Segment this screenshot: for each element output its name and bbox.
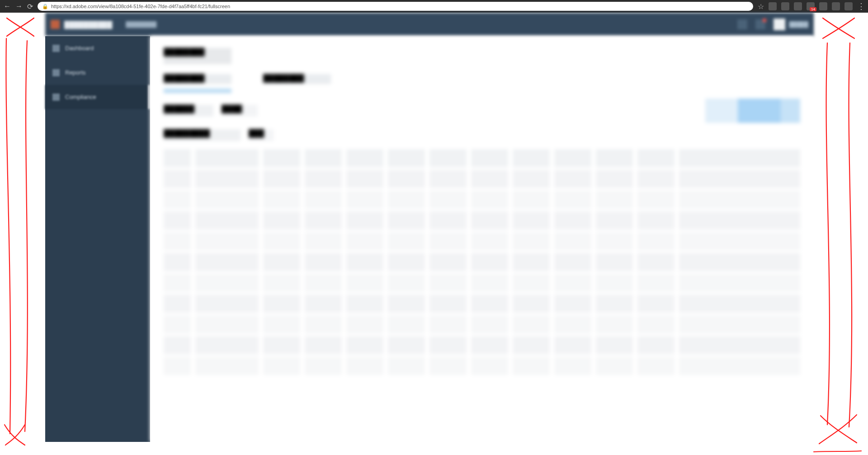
table-cell	[429, 295, 467, 313]
table-row[interactable]	[164, 274, 800, 292]
browser-menu-icon[interactable]: ⋮	[857, 1, 864, 11]
notifications-icon[interactable]	[755, 19, 765, 29]
sidebar-item-dashboard[interactable]: Dashboard	[45, 36, 150, 61]
table-cell	[429, 357, 467, 375]
table-cell	[513, 232, 550, 250]
sidebar-item-label: Compliance	[65, 94, 96, 100]
grid-header-cell	[554, 149, 591, 167]
table-cell	[263, 315, 300, 333]
table-row[interactable]	[164, 336, 800, 354]
table-cell	[471, 211, 508, 230]
table-cell	[554, 170, 591, 188]
table-cell	[471, 191, 508, 209]
table-cell	[679, 357, 800, 375]
table-cell	[554, 357, 591, 375]
table-cell	[305, 357, 342, 375]
table-row[interactable]	[164, 315, 800, 333]
table-cell	[388, 336, 425, 354]
table-cell	[429, 211, 467, 230]
table-row[interactable]	[164, 357, 800, 375]
table-cell	[346, 211, 383, 230]
table-cell	[305, 232, 342, 250]
table-cell	[346, 274, 383, 292]
table-cell	[164, 274, 191, 292]
table-cell	[429, 253, 467, 271]
forward-button[interactable]: →	[15, 2, 23, 10]
table-cell	[471, 232, 508, 250]
table-cell	[554, 232, 591, 250]
table-cell	[679, 170, 800, 188]
table-cell	[429, 170, 467, 188]
table-cell	[263, 295, 300, 313]
star-icon[interactable]: ☆	[758, 2, 764, 11]
tab[interactable]: ████████	[263, 74, 331, 84]
grid-header-cell	[637, 149, 675, 167]
app-header: ██████████ ████████ █████	[45, 13, 814, 36]
table-cell	[429, 336, 467, 354]
table-row[interactable]	[164, 232, 800, 250]
grid-header-cell	[513, 149, 550, 167]
apply-button[interactable]	[705, 99, 800, 123]
table-cell	[513, 170, 550, 188]
table-cell	[471, 315, 508, 333]
reload-button[interactable]: ⟳	[27, 2, 33, 11]
table-cell	[346, 315, 383, 333]
table-cell	[429, 274, 467, 292]
grid-header-cell	[305, 149, 342, 167]
table-cell	[263, 191, 300, 209]
tab-row: ████████ ████████	[164, 74, 800, 84]
table-cell	[346, 232, 383, 250]
table-cell	[263, 211, 300, 230]
table-cell	[305, 170, 342, 188]
extension-icon-badge[interactable]	[807, 2, 815, 10]
table-cell	[637, 232, 675, 250]
sidebar-item-compliance[interactable]: Compliance	[45, 85, 150, 109]
table-row[interactable]	[164, 211, 800, 230]
header-icon[interactable]	[737, 19, 747, 29]
extension-icon[interactable]	[844, 2, 853, 10]
extension-icon[interactable]	[769, 2, 777, 10]
table-row[interactable]	[164, 295, 800, 313]
sidebar-item-reports[interactable]: Reports	[45, 61, 150, 85]
dashboard-icon	[52, 45, 60, 52]
table-cell	[195, 232, 259, 250]
filter-value[interactable]: ████	[222, 105, 258, 117]
table-row[interactable]	[164, 253, 800, 271]
extension-icon[interactable]	[832, 2, 840, 10]
table-cell	[388, 274, 425, 292]
table-row[interactable]	[164, 170, 800, 188]
extension-icon[interactable]	[781, 2, 789, 10]
table-cell	[471, 357, 508, 375]
table-cell	[637, 295, 675, 313]
table-cell	[346, 170, 383, 188]
table-cell	[263, 232, 300, 250]
table-cell	[596, 253, 633, 271]
browser-chrome: ← → ⟳ 🔒 https://xd.adobe.com/view/8a108c…	[0, 0, 868, 13]
table-cell	[513, 295, 550, 313]
filter-row-2: █████████ ███	[164, 129, 800, 141]
table-cell	[554, 211, 591, 230]
table-row[interactable]	[164, 191, 800, 209]
filter-label: ██████	[164, 105, 213, 117]
tab[interactable]: ████████	[164, 74, 231, 84]
table-cell	[346, 253, 383, 271]
table-cell	[637, 357, 675, 375]
table-cell	[388, 357, 425, 375]
url-bar[interactable]: 🔒 https://xd.adobe.com/view/8a108cd4-51f…	[38, 2, 753, 11]
extension-icon[interactable]	[819, 2, 827, 10]
back-button[interactable]: ←	[4, 2, 11, 10]
extension-icon[interactable]	[794, 2, 802, 10]
table-cell	[513, 336, 550, 354]
grid-header-cell	[164, 149, 191, 167]
main-content: ████████ ████████ ████████ ██████ ████ █…	[150, 36, 814, 442]
table-cell	[554, 315, 591, 333]
table-cell	[637, 170, 675, 188]
avatar[interactable]	[774, 19, 785, 30]
table-cell	[596, 295, 633, 313]
table-cell	[388, 170, 425, 188]
table-cell	[429, 315, 467, 333]
filter-value[interactable]: ███	[249, 129, 274, 141]
extension-icons: ⋮	[769, 1, 864, 11]
table-cell	[554, 336, 591, 354]
table-cell	[679, 274, 800, 292]
